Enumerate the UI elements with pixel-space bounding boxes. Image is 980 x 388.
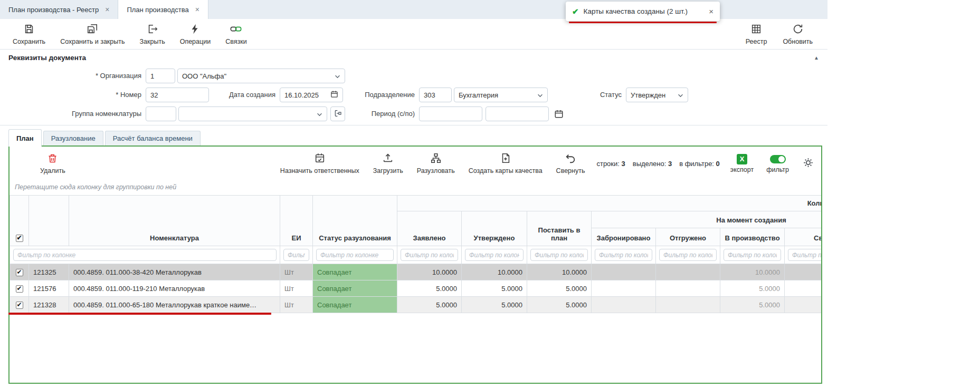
filter-input-shipped[interactable] bbox=[659, 249, 717, 261]
number-field[interactable] bbox=[146, 88, 209, 102]
toggle-on-icon[interactable] bbox=[770, 155, 786, 163]
excel-export-icon: X bbox=[737, 154, 747, 164]
filter-input-free[interactable] bbox=[788, 249, 821, 261]
column-header-free[interactable]: Свободный остаток bbox=[785, 228, 822, 246]
row-checkbox[interactable] bbox=[16, 302, 23, 309]
cell-in-production: 10.0000 bbox=[720, 264, 785, 280]
delete-label: Удалить bbox=[40, 167, 65, 174]
calendar-icon[interactable] bbox=[330, 90, 338, 100]
filter-input-nomenclature[interactable] bbox=[13, 249, 277, 261]
chevron-down-icon bbox=[317, 110, 322, 118]
refresh-button[interactable]: Обновить bbox=[783, 23, 813, 45]
table-row[interactable]: 121325 000.4859. 011.000-38-420 Металлор… bbox=[10, 264, 822, 280]
cell-explode-status: Совпадает bbox=[313, 264, 397, 280]
toast-notification: ✔ Карты качества созданы (2 шт.) × bbox=[566, 2, 720, 21]
column-header-approved[interactable]: Утверждено bbox=[462, 211, 527, 246]
refresh-icon bbox=[792, 23, 804, 36]
organization-select-value: ООО "Альфа" bbox=[182, 72, 335, 80]
filter-input-reserved[interactable] bbox=[595, 249, 652, 261]
chain-link-icon bbox=[230, 23, 242, 36]
column-header-unit[interactable]: ЕИ bbox=[280, 196, 313, 246]
nomenclature-group-code-field[interactable] bbox=[146, 106, 176, 121]
tab-time-balance[interactable]: Расчёт баланса времени bbox=[105, 131, 201, 146]
assign-responsible-button[interactable]: Назначить ответственных bbox=[280, 152, 359, 174]
save-button[interactable]: Сохранить bbox=[13, 23, 45, 45]
selected-counter-label: выделено: bbox=[633, 160, 666, 168]
column-header-nomenclature[interactable]: Номенклатура bbox=[69, 196, 280, 246]
filter-input-status[interactable] bbox=[316, 249, 394, 261]
registry-button[interactable]: Реестр bbox=[746, 23, 767, 45]
column-header-id[interactable] bbox=[29, 196, 69, 246]
create-quality-cards-button[interactable]: Создать карты качества bbox=[469, 152, 543, 174]
export-label: экспорт bbox=[730, 166, 754, 173]
chevron-down-icon bbox=[335, 72, 340, 80]
filter-input-approved[interactable] bbox=[465, 249, 524, 261]
row-checkbox[interactable] bbox=[16, 269, 23, 276]
filter-input-declared[interactable] bbox=[401, 249, 458, 261]
filter-input-to-plan[interactable] bbox=[530, 249, 588, 261]
window-tab-registry[interactable]: План производства - Реестр × bbox=[0, 0, 118, 19]
column-header-to-plan[interactable]: Поставить в план bbox=[527, 211, 592, 246]
save-and-close-icon bbox=[87, 23, 98, 36]
close-tab-icon[interactable]: × bbox=[105, 6, 109, 13]
save-and-close-button[interactable]: Сохранить и закрыть bbox=[60, 23, 125, 45]
period-from-field[interactable] bbox=[419, 106, 482, 121]
cell-unit: Шт bbox=[280, 297, 313, 313]
column-header-explode-status[interactable]: Статус разузлования bbox=[313, 196, 397, 246]
explode-button[interactable]: Разузловать bbox=[417, 152, 455, 174]
division-select[interactable]: Бухгалтерия bbox=[454, 88, 548, 102]
cell-in-production: 5.0000 bbox=[720, 297, 785, 313]
status-label: Статус bbox=[575, 88, 622, 102]
column-header-shipped[interactable]: Отгружено bbox=[656, 228, 720, 246]
filter-toggle-button[interactable]: фильтр bbox=[766, 155, 789, 173]
organization-code-field[interactable] bbox=[146, 69, 175, 83]
column-header-in-production[interactable]: В производство bbox=[720, 228, 785, 246]
division-code-field[interactable] bbox=[419, 88, 452, 102]
links-button[interactable]: Связки bbox=[225, 23, 246, 45]
status-select[interactable]: Утвержден bbox=[626, 88, 688, 102]
table-row[interactable]: 121576 000.4859. 011.000-119-210 Металло… bbox=[10, 280, 822, 297]
filter-input-in-production[interactable] bbox=[724, 249, 781, 261]
close-button[interactable]: Закрыть bbox=[140, 23, 165, 45]
hierarchy-tree-button[interactable] bbox=[330, 106, 345, 121]
creation-date-field[interactable]: 16.10.2025 bbox=[280, 88, 343, 102]
tab-plan[interactable]: План bbox=[8, 129, 42, 147]
grid-settings-button[interactable] bbox=[803, 157, 814, 170]
cell-nomenclature: 000.4859. 011.000-65-180 Металлорукав кр… bbox=[69, 297, 280, 313]
organization-select[interactable]: ООО "Альфа" bbox=[177, 69, 345, 83]
division-label: Подразделение bbox=[357, 88, 415, 102]
cell-reserved bbox=[592, 264, 656, 280]
window-tab-plan[interactable]: План производства × bbox=[118, 0, 208, 19]
export-excel-button[interactable]: X экспорт bbox=[730, 154, 754, 173]
toast-close-icon[interactable]: × bbox=[709, 7, 713, 16]
window-tab-label: План производства - Реестр bbox=[8, 6, 99, 14]
hierarchy-icon bbox=[334, 109, 342, 119]
close-tab-icon[interactable]: × bbox=[195, 6, 199, 13]
table-row[interactable]: 121328 000.4859. 011.000-65-180 Металлор… bbox=[10, 297, 822, 313]
cell-shipped bbox=[656, 264, 720, 280]
nomenclature-group-select[interactable] bbox=[178, 106, 327, 121]
column-header-declared[interactable]: Заявлено bbox=[397, 211, 462, 246]
column-group-quantity: Количество bbox=[397, 196, 822, 211]
operations-label: Операции bbox=[180, 38, 211, 45]
tab-explode[interactable]: Разузлование bbox=[43, 131, 103, 146]
column-header-reserved[interactable]: Забронировано bbox=[592, 228, 656, 246]
load-button[interactable]: Загрузить bbox=[373, 152, 403, 174]
registry-grid-icon bbox=[750, 23, 762, 36]
select-all-checkbox[interactable] bbox=[16, 235, 23, 242]
collapse-section-icon[interactable]: ▲ bbox=[814, 55, 819, 61]
period-to-field[interactable] bbox=[486, 106, 549, 121]
operations-button[interactable]: Операции bbox=[180, 23, 211, 45]
tab-label: Разузлование bbox=[51, 134, 96, 142]
collapse-button[interactable]: Свернуть bbox=[556, 152, 585, 174]
delete-button[interactable]: Удалить bbox=[40, 153, 65, 174]
filter-input-unit[interactable] bbox=[283, 249, 309, 261]
filter-cell-reserved bbox=[592, 246, 656, 264]
save-and-close-label: Сохранить и закрыть bbox=[60, 38, 125, 45]
cell-id: 121325 bbox=[29, 264, 69, 280]
create-quality-cards-label: Создать карты качества bbox=[469, 167, 543, 174]
cell-reserved bbox=[592, 297, 656, 313]
row-checkbox[interactable] bbox=[16, 285, 23, 293]
period-calendar-icon[interactable] bbox=[554, 109, 564, 120]
status-select-value: Утвержден bbox=[631, 91, 678, 99]
